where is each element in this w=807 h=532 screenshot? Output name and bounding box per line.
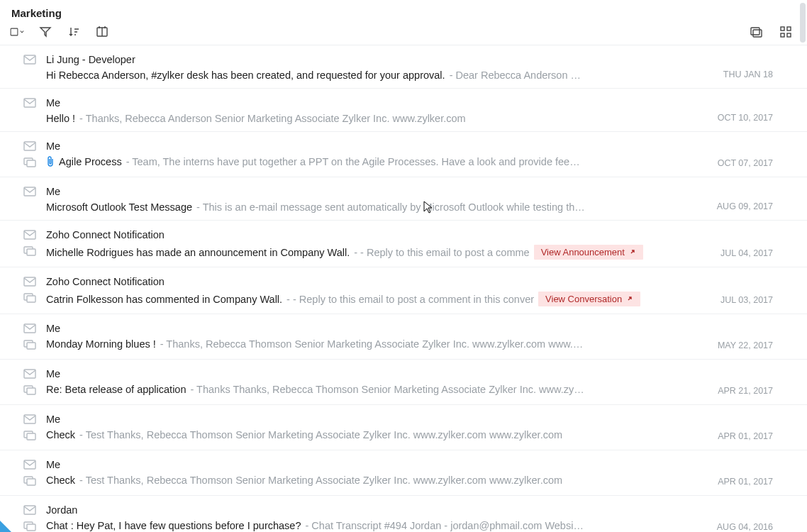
thread-icon [23, 157, 36, 170]
svg-rect-2 [751, 28, 759, 35]
action-badge-label: View Conversation [545, 294, 622, 304]
email-preview: - Test Thanks, Rebecca Thomson Senior Ma… [79, 429, 562, 440]
envelope-icon [23, 369, 36, 381]
svg-rect-7 [787, 33, 791, 37]
envelope-icon [23, 277, 36, 289]
svg-rect-5 [787, 27, 791, 31]
email-sender: Me [46, 458, 789, 472]
svg-rect-23 [24, 370, 35, 378]
thread-icon [23, 246, 36, 258]
timeline-icon[interactable] [95, 25, 109, 39]
corner-accent [0, 521, 11, 532]
email-row[interactable]: MeMonday Morning blues ! - Thanks, Rebec… [0, 314, 807, 360]
email-row[interactable]: Zoho Connect NotificationCatrin Folkesso… [0, 267, 807, 314]
email-subject: Hello ! [46, 113, 75, 124]
thread-icon [23, 476, 36, 488]
thread-icon [23, 340, 36, 352]
email-preview: - - Reply to this email to post a commen… [286, 294, 534, 305]
email-row[interactable]: JordanChat : Hey Pat, I have few questio… [0, 496, 807, 531]
email-subject: Agile Process [59, 156, 122, 167]
svg-rect-3 [753, 30, 762, 37]
email-date: JUL 03, 2017 [720, 295, 773, 305]
svg-rect-6 [781, 33, 784, 37]
email-preview: - This is an e-mail message sent automat… [196, 201, 585, 213]
thread-icon [23, 293, 36, 305]
email-sender: Me [46, 139, 789, 153]
email-row[interactable]: MeCheck - Test Thanks, Rebecca Thomson S… [0, 450, 807, 496]
svg-rect-20 [24, 324, 35, 333]
email-preview: - - Reply to this email to post a comme [354, 247, 529, 258]
reader-view-icon[interactable] [749, 25, 763, 39]
thread-icon [23, 521, 36, 531]
action-badge[interactable]: View Conversation [538, 292, 640, 306]
email-row[interactable]: MeAgile Process - Team, The interns have… [0, 132, 807, 177]
svg-rect-12 [27, 160, 35, 167]
email-sender: Jordan [46, 503, 789, 517]
email-date: THU JAN 18 [723, 70, 773, 79]
email-row[interactable]: MeHello ! - Thanks, Rebecca Anderson Sen… [0, 89, 807, 132]
email-date: AUG 04, 2016 [717, 522, 773, 531]
email-subject: Re: Beta release of application [46, 384, 187, 395]
sort-icon[interactable] [67, 25, 81, 39]
email-date: APR 21, 2017 [718, 386, 773, 396]
email-sender: Li Jung - Developer [46, 52, 789, 67]
envelope-icon [23, 187, 36, 199]
email-subject: Microsoft Outlook Test Message [46, 201, 192, 213]
svg-rect-26 [24, 415, 35, 423]
svg-rect-10 [24, 142, 35, 150]
envelope-icon [23, 98, 36, 110]
email-preview: - Team, The interns have put together a … [126, 156, 585, 167]
email-row[interactable]: Li Jung - DeveloperHi Rebecca Anderson, … [0, 45, 807, 89]
envelope-icon [23, 460, 36, 472]
filter-icon[interactable] [38, 25, 52, 39]
email-preview: - Dear Rebecca Anderson Li Jung - Deve..… [450, 70, 585, 81]
email-subject: Catrin Folkesson has commented in Compan… [46, 294, 282, 305]
email-subject: Check [46, 429, 75, 440]
email-date: MAY 22, 2017 [718, 340, 773, 350]
email-subject: Chat : Hey Pat, I have few questions bef… [46, 520, 301, 531]
email-subject: Check [46, 475, 75, 486]
email-sender: Zoho Connect Notification [46, 275, 789, 289]
svg-rect-16 [27, 249, 35, 255]
folder-title: Marketing [10, 0, 62, 21]
envelope-icon [23, 230, 36, 242]
email-sender: Me [46, 412, 789, 426]
external-link-icon [629, 247, 636, 257]
svg-rect-34 [27, 524, 35, 531]
email-row[interactable]: MeCheck - Test Thanks, Rebecca Thomson S… [0, 405, 807, 450]
email-preview: - Thanks, Rebecca Thomson Senior Marketi… [160, 338, 585, 350]
email-row[interactable]: MeRe: Beta release of application - Than… [0, 360, 807, 405]
external-link-icon [626, 294, 633, 304]
select-all-checkbox[interactable] [10, 25, 24, 39]
email-row[interactable]: MeMicrosoft Outlook Test Message - This … [0, 177, 807, 221]
envelope-icon [23, 323, 36, 336]
layout-icon[interactable] [779, 25, 793, 39]
thread-icon [23, 431, 36, 443]
email-preview: - Thanks, Rebecca Anderson Senior Market… [79, 113, 466, 124]
envelope-icon [23, 505, 36, 517]
email-date: JUL 04, 2017 [720, 248, 773, 258]
svg-rect-22 [27, 343, 35, 349]
email-sender: Zoho Connect Notification [46, 228, 789, 242]
email-date: OCT 07, 2017 [718, 158, 773, 168]
action-badge-label: View Announcement [541, 247, 625, 257]
email-date: OCT 10, 2017 [718, 113, 773, 123]
email-sender: Me [46, 321, 789, 336]
email-date: APR 01, 2017 [718, 477, 773, 487]
email-sender: Me [46, 96, 789, 110]
email-sender: Me [46, 184, 789, 199]
svg-rect-8 [24, 55, 35, 64]
email-list[interactable]: Li Jung - DeveloperHi Rebecca Anderson, … [0, 45, 807, 531]
attachment-icon [46, 156, 55, 167]
action-badge[interactable]: View Announcement [534, 245, 643, 260]
svg-rect-9 [24, 99, 35, 107]
toolbar [0, 21, 807, 45]
svg-rect-31 [27, 479, 35, 485]
email-preview: - Test Thanks, Rebecca Thomson Senior Ma… [79, 475, 562, 486]
thread-icon [23, 385, 36, 397]
svg-rect-32 [24, 506, 35, 514]
svg-rect-17 [24, 277, 35, 286]
email-date: AUG 09, 2017 [717, 201, 773, 211]
email-date: APR 01, 2017 [718, 431, 773, 441]
email-row[interactable]: Zoho Connect NotificationMichelle Rodrig… [0, 221, 807, 267]
